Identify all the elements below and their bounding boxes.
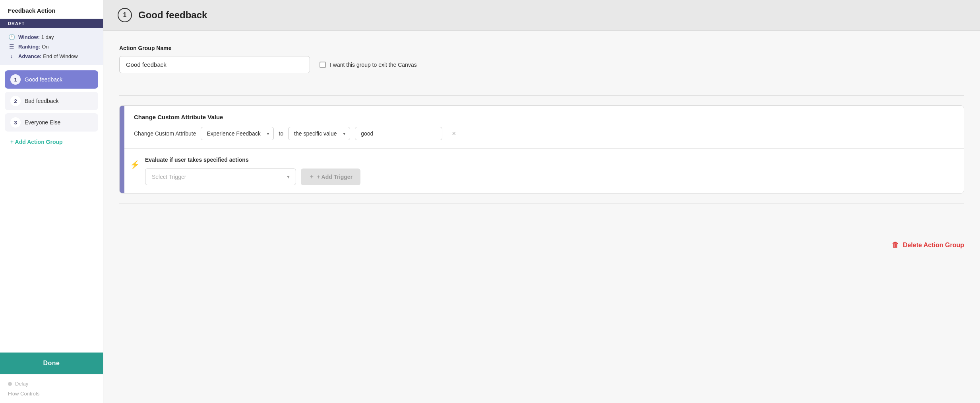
group-2-label: Bad feedback <box>25 98 59 104</box>
lightning-section: ⚡ Evaluate if user takes specified actio… <box>124 149 964 193</box>
page-title: Good feedback <box>138 10 207 21</box>
delay-dot <box>8 382 12 386</box>
draft-label: DRAFT <box>0 19 103 28</box>
action-group-name-input[interactable] <box>119 56 310 73</box>
divider-1 <box>119 95 964 96</box>
sidebar-item-group-2[interactable]: 2 Bad feedback <box>5 92 98 110</box>
experience-feedback-wrapper: Experience Feedback <box>201 127 274 140</box>
main-panel: 1 Good feedback Action Group Name I want… <box>103 0 980 403</box>
sidebar-item-group-3[interactable]: 3 Everyone Else <box>5 113 98 132</box>
attribute-section-title: Change Custom Attribute Value <box>134 114 954 120</box>
value-type-select[interactable]: the specific value <box>288 127 350 140</box>
sidebar: Feedback Action DRAFT 🕐 Window: 1 day ☰ … <box>0 0 103 403</box>
action-group-name-section: Action Group Name I want this group to e… <box>119 45 964 73</box>
lightning-icon: ⚡ <box>130 160 140 169</box>
name-row: I want this group to exit the Canvas <box>119 56 964 73</box>
exit-canvas-checkbox-label[interactable]: I want this group to exit the Canvas <box>320 62 417 68</box>
sidebar-bottom: Delay Flow Controls <box>0 374 103 403</box>
main-footer: 🗑 Delete Action Group <box>103 227 980 263</box>
meta-advance: ↓ Advance: End of Window <box>8 53 95 59</box>
experience-feedback-select[interactable]: Experience Feedback <box>201 127 274 140</box>
sidebar-item-group-1[interactable]: 1 Good feedback <box>5 70 98 89</box>
sidebar-meta: 🕐 Window: 1 day ☰ Ranking: On ↓ Advance:… <box>0 28 103 65</box>
value-type-wrapper: the specific value <box>288 127 350 140</box>
remove-attribute-button[interactable]: × <box>449 128 459 140</box>
attribute-value-input[interactable] <box>355 127 442 140</box>
lightning-icon-col: ⚡ <box>124 149 145 169</box>
change-custom-attribute-label: Change Custom Attribute <box>134 130 196 137</box>
add-trigger-button[interactable]: ＋ + Add Trigger <box>301 169 360 185</box>
exit-canvas-label-text: I want this group to exit the Canvas <box>330 62 417 68</box>
list-icon: ☰ <box>8 43 15 50</box>
main-header: 1 Good feedback <box>103 0 980 31</box>
trash-icon: 🗑 <box>892 241 899 249</box>
clock-icon: 🕐 <box>8 34 15 40</box>
arrow-down-icon: ↓ <box>8 53 15 59</box>
action-card-body: Change Custom Attribute Value Change Cus… <box>124 106 964 193</box>
exit-canvas-checkbox[interactable] <box>320 62 326 68</box>
action-card: Change Custom Attribute Value Change Cus… <box>119 105 964 194</box>
flow-controls-label: Flow Controls <box>8 391 39 397</box>
meta-ranking-label: Ranking: On <box>18 44 49 50</box>
meta-window-label: Window: 1 day <box>18 34 54 40</box>
divider-2 <box>119 203 964 203</box>
action-group-name-label: Action Group Name <box>119 45 964 51</box>
delay-label: Delay <box>15 381 28 387</box>
plus-icon: ＋ <box>309 173 314 180</box>
group-3-label: Everyone Else <box>25 119 60 126</box>
delete-button-label: Delete Action Group <box>903 242 964 249</box>
trigger-select-wrapper: Select Trigger <box>145 169 296 185</box>
add-trigger-label: + Add Trigger <box>317 174 352 180</box>
lightning-content: Evaluate if user takes specified actions… <box>145 149 964 193</box>
trigger-section-title: Evaluate if user takes specified actions <box>145 157 954 163</box>
header-number: 1 <box>118 8 132 22</box>
attribute-row: Change Custom Attribute Experience Feedb… <box>134 127 954 140</box>
action-groups-list: 1 Good feedback 2 Bad feedback 3 Everyon… <box>0 65 103 353</box>
add-action-group-button[interactable]: + Add Action Group <box>5 135 98 149</box>
flow-controls-item: Flow Controls <box>8 391 95 397</box>
to-label: to <box>279 130 283 137</box>
group-1-number: 1 <box>10 74 21 85</box>
delete-action-group-button[interactable]: 🗑 Delete Action Group <box>892 237 964 253</box>
trigger-select[interactable]: Select Trigger <box>145 169 296 185</box>
meta-advance-label: Advance: End of Window <box>18 53 78 59</box>
group-3-number: 3 <box>10 117 21 128</box>
delay-item: Delay <box>8 381 95 387</box>
action-card-accent <box>120 106 124 193</box>
main-content: Action Group Name I want this group to e… <box>103 31 980 227</box>
meta-window: 🕐 Window: 1 day <box>8 34 95 40</box>
group-2-number: 2 <box>10 96 21 106</box>
trigger-row: Select Trigger ＋ + Add Trigger <box>145 169 954 185</box>
group-1-label: Good feedback <box>25 76 62 83</box>
meta-ranking: ☰ Ranking: On <box>8 43 95 50</box>
attribute-section: Change Custom Attribute Value Change Cus… <box>124 106 964 149</box>
done-button[interactable]: Done <box>0 353 103 374</box>
sidebar-title: Feedback Action <box>0 0 103 19</box>
